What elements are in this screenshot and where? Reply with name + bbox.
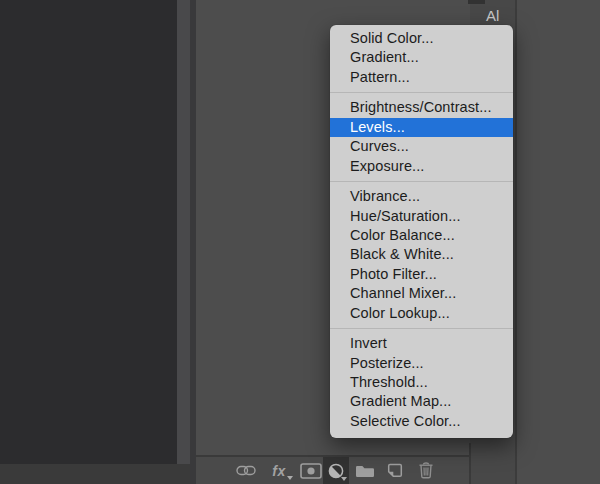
menu-item-posterize[interactable]: Posterize... — [330, 354, 513, 373]
canvas-area — [0, 0, 177, 464]
chevron-down-icon — [287, 476, 293, 480]
new-group-icon — [355, 464, 375, 478]
panel-divider-vertical[interactable] — [190, 0, 196, 484]
delete-layer-button[interactable] — [413, 457, 439, 484]
menu-item-curves[interactable]: Curves... — [330, 137, 513, 156]
menu-item-gradient[interactable]: Gradient... — [330, 48, 513, 67]
menu-item-levels[interactable]: Levels... — [330, 118, 513, 137]
new-adjustment-layer-button[interactable] — [323, 457, 349, 484]
fx-icon: fx — [272, 463, 285, 479]
chevron-down-icon — [341, 477, 347, 481]
menu-separator — [330, 328, 513, 329]
menu-item-photo-filter[interactable]: Photo Filter... — [330, 265, 513, 284]
menu-separator — [330, 92, 513, 93]
menu-item-exposure[interactable]: Exposure... — [330, 157, 513, 176]
add-layer-mask-icon — [300, 463, 322, 479]
layer-effects-button[interactable]: fx — [266, 457, 292, 484]
menu-item-color-balance[interactable]: Color Balance... — [330, 226, 513, 245]
menu-item-hue-saturation[interactable]: Hue/Saturation... — [330, 207, 513, 226]
adjustment-layer-menu: Solid Color...Gradient...Pattern...Brigh… — [330, 25, 513, 438]
new-group-button[interactable] — [352, 457, 378, 484]
delete-layer-icon — [418, 462, 434, 479]
link-layers-button[interactable] — [233, 457, 259, 484]
panel-edge-line — [515, 0, 517, 484]
status-bar-area — [0, 464, 190, 484]
link-layers-icon — [236, 465, 256, 476]
menu-item-solid-color[interactable]: Solid Color... — [330, 29, 513, 48]
toolbar-right-edge-line — [469, 443, 471, 484]
menu-item-pattern[interactable]: Pattern... — [330, 68, 513, 87]
layers-panel-toolbar: fx — [196, 457, 469, 484]
menu-item-selective-color[interactable]: Selective Color... — [330, 412, 513, 431]
photoshop-workspace: { "header": { "partial_text": "Al" }, "m… — [0, 0, 600, 484]
new-layer-button[interactable] — [382, 457, 408, 484]
menu-item-invert[interactable]: Invert — [330, 334, 513, 353]
scrollbar-thumb-fragment — [468, 0, 485, 4]
menu-item-threshold[interactable]: Threshold... — [330, 373, 513, 392]
menu-item-gradient-map[interactable]: Gradient Map... — [330, 392, 513, 411]
menu-item-channel-mixer[interactable]: Channel Mixer... — [330, 284, 513, 303]
add-layer-mask-button[interactable] — [298, 457, 324, 484]
menu-item-color-lookup[interactable]: Color Lookup... — [330, 304, 513, 323]
menu-item-black-white[interactable]: Black & White... — [330, 245, 513, 264]
menu-separator — [330, 181, 513, 182]
panel-gutter — [177, 0, 190, 484]
new-layer-icon — [387, 463, 403, 478]
clipped-panel-text: Al — [486, 7, 499, 25]
menu-item-vibrance[interactable]: Vibrance... — [330, 187, 513, 206]
menu-item-brightness-contrast[interactable]: Brightness/Contrast... — [330, 98, 513, 117]
